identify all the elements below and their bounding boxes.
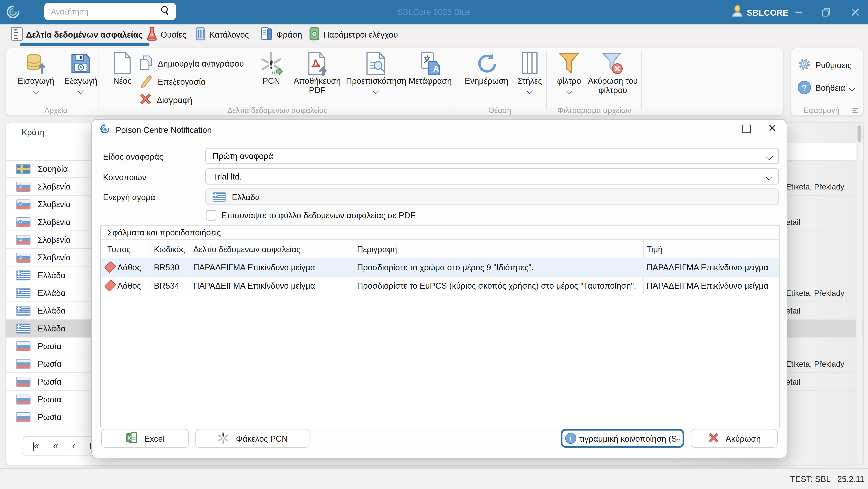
error-row[interactable]: Λάθος BR534 ΠΑΡΑΔΕΙΓΜΑ Επικίνδυνο μείγμα… (101, 277, 779, 295)
user-account[interactable]: SBLCORE (732, 0, 788, 24)
translate-button[interactable]: A Μετάφραση (406, 52, 454, 85)
grid-cell-partial[interactable]: Etiketa, Překlady (786, 178, 857, 196)
cancel-button[interactable]: Ακύρωση (691, 429, 778, 448)
filter-label: φίλτρο (553, 76, 585, 85)
columns-button[interactable]: Στήλες (514, 52, 545, 95)
dialog-close-icon[interactable]: × (768, 120, 776, 136)
grid-cell-partial[interactable] (786, 196, 857, 213)
tab-check-parameters[interactable]: Παράμετροι ελέγχου (309, 24, 398, 45)
vertical-scrollbar[interactable] (856, 123, 862, 464)
translate-label: Μετάφραση (406, 76, 454, 85)
attach-pdf-checkbox[interactable] (206, 210, 217, 221)
error-row[interactable]: Λάθος BR530 ΠΑΡΑΔΕΙΓΜΑ Επικίνδυνο μείγμα… (101, 258, 779, 277)
tab-substances[interactable]: Ουσίες (147, 24, 186, 45)
grid-cell-partial[interactable]: Etiketa, Překlady (786, 284, 857, 302)
grid-cell-partial[interactable]: etail (786, 213, 857, 231)
chevron-down-icon (78, 88, 84, 94)
dialog-titlebar: Poison Centre Notification (100, 124, 212, 136)
pcn-button[interactable]: PCN (254, 52, 288, 85)
tab-label: Φράση (276, 30, 302, 39)
cell-type: Λάθος (117, 281, 141, 290)
filter-button[interactable]: φίλτρο (553, 52, 585, 95)
tab-label: Ουσίες (161, 30, 186, 39)
flag-ru-icon (16, 412, 31, 422)
refresh-button[interactable]: Ενημέρωση (461, 52, 512, 85)
cell-value: ΠΑΡΑΔΕΙΓΜΑ Επικίνδυνο μείγμα (647, 281, 769, 290)
edit-label: Επεξεργασία (158, 77, 206, 86)
attach-pdf-label: Επισυνάψτε το φύλλο δεδομένων ασφαλείας … (221, 210, 415, 220)
pcn-folder-button[interactable]: Φάκελος PCN (195, 429, 309, 448)
svg-text:A: A (433, 64, 439, 74)
excel-button[interactable]: X Excel (101, 429, 189, 448)
col-code[interactable]: Κωδικός (154, 244, 185, 254)
close-button[interactable] (844, 0, 867, 24)
notifier-select[interactable]: Trial ltd. (205, 168, 779, 184)
search-icon[interactable] (159, 5, 170, 18)
active-market-field: Ελλάδα (205, 189, 779, 205)
tab-catalogue[interactable]: Κατάλογος (195, 24, 249, 45)
pcn-folder-label: Φάκελος PCN (236, 434, 288, 443)
search-input[interactable] (50, 6, 159, 16)
save-pdf-button[interactable]: Αποθήκευση PDF (290, 52, 344, 95)
export-button[interactable]: Εξαγωγή (59, 52, 102, 95)
country-label: Σλοβενία (37, 253, 70, 262)
clear-filter-button[interactable]: Ακύρωση του φίλτρου (586, 52, 639, 95)
clear-filter-icon (586, 52, 639, 76)
grid-cell-partial[interactable]: etail (786, 373, 857, 391)
flag-gr-icon (16, 270, 31, 280)
col-value[interactable]: Τιμή (647, 244, 663, 254)
grid-cell-partial[interactable]: etail (786, 302, 857, 320)
delete-label: Διαγραφή (157, 95, 193, 105)
dialog-maximize-button[interactable] (742, 125, 751, 133)
group-label-view: Θέαση (456, 106, 544, 115)
report-type-select[interactable]: Πρώτη αναφορά (205, 148, 779, 164)
export-label: Εξαγωγή (59, 76, 102, 85)
excel-label: Excel (144, 434, 165, 443)
group-label-application: Εφαρμογή (791, 106, 852, 115)
grid-cell-partial-selected[interactable] (786, 320, 857, 337)
pcn-star-icon (254, 52, 288, 76)
import-button[interactable]: Εισαγωγή (14, 52, 58, 95)
dialog-logo-icon (100, 124, 111, 136)
duplicate-button[interactable]: Δημιουργία αντιγράφου (139, 55, 244, 72)
chevron-down-icon (766, 153, 773, 160)
help-button[interactable]: ? Βοήθεια (798, 81, 854, 94)
pcn-dialog: Poison Centre Notification × Είδος αναφο… (91, 119, 787, 458)
edit-button[interactable]: Επεξεργασία (139, 74, 206, 90)
cancel-label: Ακύρωση (725, 434, 761, 443)
grid-cell-partial[interactable]: Etiketa, Překlady (786, 355, 857, 373)
cell-sds: ΠΑΡΑΔΕΙΓΜΑ Επικίνδυνο μείγμα (193, 281, 315, 290)
notifier-value: Trial ltd. (213, 172, 242, 181)
chevron-down-icon (527, 88, 533, 94)
dialog-launcher-icon[interactable] (852, 106, 859, 116)
prev-group-button[interactable]: « (53, 440, 58, 452)
copy-icon (139, 55, 153, 72)
settings-button[interactable]: Ρυθμίσεις (798, 58, 851, 73)
prev-page-button[interactable]: ‹ (72, 440, 74, 452)
cell-code: BR534 (154, 281, 179, 290)
scrollbar-thumb[interactable] (857, 125, 861, 142)
cell-sds: ΠΑΡΑΔΕΙΓΜΑ Επικίνδυνο μείγμα (193, 263, 315, 272)
preview-button[interactable]: Προεπισκόπηση (346, 52, 406, 95)
attach-pdf-option: Επισυνάψτε το φύλλο δεδομένων ασφαλείας … (206, 210, 415, 221)
column-header-countries[interactable]: Κράτη (22, 127, 44, 137)
restore-button[interactable] (815, 0, 838, 24)
market-label: Ενεργή αγορά (103, 192, 155, 202)
error-diamond-icon (104, 261, 117, 274)
flag-ru-icon (16, 376, 31, 386)
delete-button[interactable]: Διαγραφή (139, 93, 192, 108)
new-button[interactable]: Νέος (108, 52, 136, 85)
tab-safety-data-sheets[interactable]: Δελτία δεδομένων ασφαλείας (11, 24, 143, 45)
database-import-icon (14, 52, 58, 76)
search-box[interactable] (44, 3, 176, 20)
status-divider (786, 473, 787, 485)
minimize-button[interactable] (787, 0, 811, 24)
col-description[interactable]: Περιγραφή (357, 244, 397, 254)
tab-phrase[interactable]: Φράση (260, 24, 302, 45)
flag-gr-icon (16, 306, 31, 316)
refresh-label: Ενημέρωση (461, 76, 512, 85)
col-sds[interactable]: Δελτίο δεδομένων ασφαλείας (193, 244, 300, 254)
col-type[interactable]: Τύπος (107, 244, 130, 254)
first-page-button[interactable]: |« (32, 440, 39, 452)
online-notification-button[interactable]: i τιγραμμική κοινοποίηση (S₂ (561, 429, 684, 448)
